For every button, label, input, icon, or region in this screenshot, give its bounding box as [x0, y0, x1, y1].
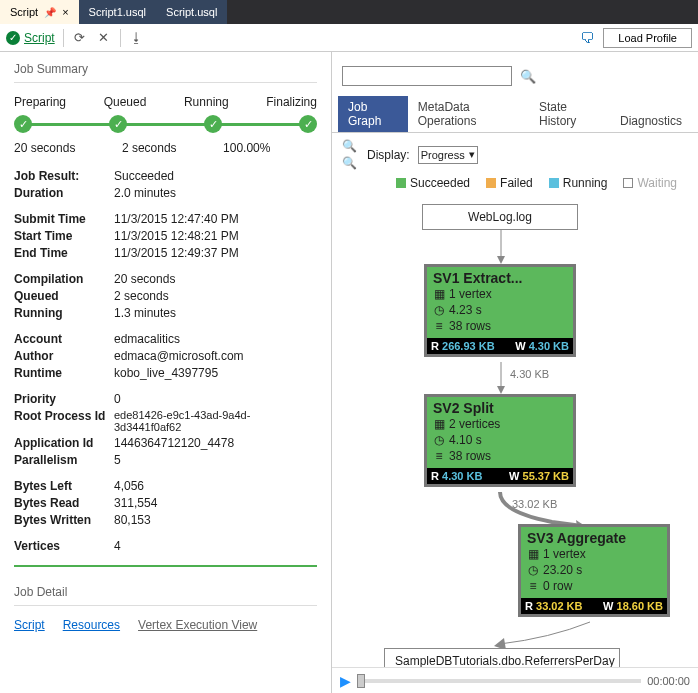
progress-line: [14, 565, 317, 567]
kv-bytes: Bytes Left4,056 Bytes Read311,554 Bytes …: [14, 479, 317, 527]
phase-finalizing: Finalizing: [266, 95, 317, 109]
phase-times: 20 seconds 2 seconds 100.00%: [14, 141, 317, 155]
output-node[interactable]: SampleDBTutorials.dbo.ReferrersPerDay: [384, 648, 620, 667]
cancel-icon[interactable]: ✕: [96, 30, 112, 46]
tab-script[interactable]: Script 📌 ×: [0, 0, 79, 24]
script-link[interactable]: Script: [14, 618, 45, 632]
close-icon[interactable]: ×: [62, 6, 68, 18]
resources-link[interactable]: Resources: [63, 618, 120, 632]
job-graph-canvas[interactable]: WebLog.log SV1 Extract... ▦1 vertex ◷4.2…: [332, 196, 698, 667]
node-stat: 0 row: [543, 578, 572, 594]
k: Bytes Read: [14, 496, 114, 510]
k: Author: [14, 349, 114, 363]
v: 4,056: [114, 479, 317, 493]
search-icon[interactable]: 🔍: [518, 66, 538, 86]
kv-phases: Compilation20 seconds Queued2 seconds Ru…: [14, 272, 317, 320]
legend: Succeeded Failed Running Waiting: [358, 176, 698, 196]
read-bytes: 33.02 KB: [536, 600, 582, 612]
display-select[interactable]: Progress ▾: [418, 146, 478, 164]
legend-label: Failed: [500, 176, 533, 190]
v: 1.3 minutes: [114, 306, 317, 320]
search-row: 🔍: [332, 52, 698, 96]
zoom-out-icon[interactable]: 🔍: [342, 156, 357, 170]
feedback-icon[interactable]: 🗨: [579, 30, 595, 46]
clock-icon: ◷: [433, 432, 445, 448]
v: 11/3/2015 12:48:21 PM: [114, 229, 317, 243]
phase-time: 100.00%: [223, 141, 270, 155]
k: Vertices: [14, 539, 114, 553]
check-icon: ✓: [6, 31, 20, 45]
clock-icon: ◷: [433, 302, 445, 318]
zoom-in-icon[interactable]: 🔍: [342, 139, 357, 153]
write-bytes: 55.37 KB: [523, 470, 569, 482]
tab-script1-usql[interactable]: Script1.usql: [79, 0, 156, 24]
k: Compilation: [14, 272, 114, 286]
job-summary-panel: Job Summary Preparing Queued Running Fin…: [0, 52, 332, 693]
k: Bytes Written: [14, 513, 114, 527]
play-icon[interactable]: ▶: [340, 673, 351, 689]
tab-metadata-operations[interactable]: MetaData Operations: [408, 96, 529, 132]
legend-label: Succeeded: [410, 176, 470, 190]
file-tabs: Script 📌 × Script1.usql Script.usql: [0, 0, 698, 24]
load-profile-button[interactable]: Load Profile: [603, 28, 692, 48]
k: Application Id: [14, 436, 114, 450]
slider-thumb[interactable]: [357, 674, 365, 688]
k: Start Time: [14, 229, 114, 243]
kv-ids: Priority0 Root Process Idede81426-e9c1-4…: [14, 392, 317, 467]
phase-dot: ✓: [299, 115, 317, 133]
tab-state-history[interactable]: State History: [529, 96, 610, 132]
write-bytes: 18.60 KB: [617, 600, 663, 612]
node-stat: 23.20 s: [543, 562, 582, 578]
v: 80,153: [114, 513, 317, 527]
legend-label: Waiting: [637, 176, 677, 190]
k: End Time: [14, 246, 114, 260]
tab-job-graph[interactable]: Job Graph: [338, 96, 408, 132]
k: Job Result:: [14, 169, 114, 183]
phase-track: ✓ ✓ ✓ ✓: [14, 115, 317, 133]
clock-icon: ◷: [527, 562, 539, 578]
tab-diagnostics[interactable]: Diagnostics: [610, 110, 692, 132]
tab-script-usql[interactable]: Script.usql: [156, 0, 227, 24]
read-bytes: 4.30 KB: [442, 470, 482, 482]
vertex-icon: ▦: [433, 286, 445, 302]
v: ede81426-e9c1-43ad-9a4d-3d3441f0af62: [114, 409, 317, 433]
job-graph-panel: 🔍 Job Graph MetaData Operations State Hi…: [332, 52, 698, 693]
divider: [63, 29, 64, 47]
v: 0: [114, 392, 317, 406]
k: Bytes Left: [14, 479, 114, 493]
playback-bar: ▶ 00:00:00: [332, 667, 698, 693]
legend-label: Running: [563, 176, 608, 190]
v: 11/3/2015 12:49:37 PM: [114, 246, 317, 260]
sv2-node[interactable]: SV2 Split ▦2 vertices ◷4.10 s ≡38 rows R…: [424, 394, 576, 487]
rows-icon: ≡: [433, 448, 445, 464]
search-input[interactable]: [342, 66, 512, 86]
vertex-icon: ▦: [433, 416, 445, 432]
kv-times: Submit Time11/3/2015 12:47:40 PM Start T…: [14, 212, 317, 260]
display-row: 🔍 🔍 Display: Progress ▾: [332, 133, 698, 176]
playback-slider[interactable]: [357, 679, 641, 683]
node-stat: 2 vertices: [449, 416, 500, 432]
read-bytes: 266.93 KB: [442, 340, 495, 352]
script-link[interactable]: ✓ Script: [6, 31, 55, 45]
v: edmacalitics: [114, 332, 317, 346]
sv3-node[interactable]: SV3 Aggregate ▦1 vertex ◷23.20 s ≡0 row …: [518, 524, 670, 617]
tab-label: Script.usql: [166, 6, 217, 18]
v: Succeeded: [114, 169, 317, 183]
k: Duration: [14, 186, 114, 200]
input-node[interactable]: WebLog.log: [422, 204, 578, 230]
phase-queued: Queued: [104, 95, 147, 109]
node-title: SV3 Aggregate: [521, 527, 667, 546]
k: Priority: [14, 392, 114, 406]
sv1-node[interactable]: SV1 Extract... ▦1 vertex ◷4.23 s ≡38 row…: [424, 264, 576, 357]
download-icon[interactable]: ⭳: [129, 30, 145, 46]
refresh-icon[interactable]: ⟳: [72, 30, 88, 46]
pin-icon[interactable]: 📌: [44, 7, 56, 18]
k: Runtime: [14, 366, 114, 380]
node-stat: 4.23 s: [449, 302, 482, 318]
right-tabs: Job Graph MetaData Operations State Hist…: [332, 96, 698, 133]
node-stat: 1 vertex: [449, 286, 492, 302]
phase-preparing: Preparing: [14, 95, 66, 109]
v: 5: [114, 453, 317, 467]
vertex-execution-view-link[interactable]: Vertex Execution View: [138, 618, 257, 632]
v: 1446364712120_4478: [114, 436, 317, 450]
